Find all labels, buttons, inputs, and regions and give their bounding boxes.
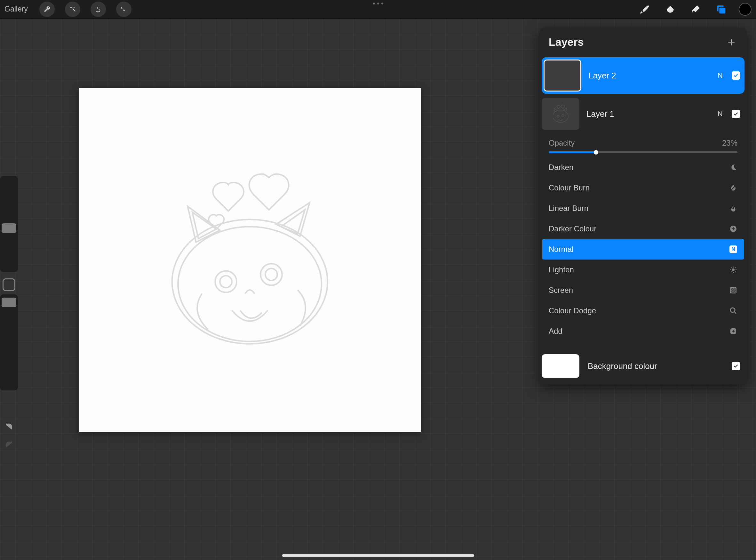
blend-mode-option[interactable]: Add bbox=[542, 321, 744, 341]
moon-icon bbox=[729, 163, 737, 172]
layers-panel: Layers Layer 2 N bbox=[539, 27, 747, 384]
svg-point-7 bbox=[557, 115, 559, 117]
sketch-content bbox=[130, 140, 369, 380]
svg-point-4 bbox=[261, 264, 282, 285]
gallery-link[interactable]: Gallery bbox=[4, 5, 28, 14]
add-layer-button[interactable] bbox=[727, 37, 736, 47]
undo-button[interactable] bbox=[4, 422, 14, 433]
blend-mode-label: Screen bbox=[549, 286, 573, 295]
blend-mode-label: Darken bbox=[549, 163, 573, 172]
svg-point-11 bbox=[732, 268, 735, 271]
brush-tool-icon[interactable] bbox=[635, 3, 654, 16]
color-picker-swatch[interactable] bbox=[739, 3, 752, 16]
background-layer-row[interactable]: Background colour bbox=[539, 350, 747, 378]
blend-mode-option[interactable]: NormalN bbox=[542, 239, 744, 260]
redo-button[interactable] bbox=[4, 440, 14, 451]
home-indicator bbox=[282, 554, 474, 557]
brush-opacity-slider[interactable] bbox=[0, 294, 18, 391]
layer-visibility-checkbox[interactable] bbox=[732, 110, 740, 118]
svg-point-1 bbox=[178, 226, 322, 341]
layer-name: Layer 2 bbox=[588, 71, 709, 81]
blend-mode-option[interactable]: Colour Dodge bbox=[542, 300, 744, 321]
svg-point-2 bbox=[215, 271, 237, 293]
layer-blend-abbr[interactable]: N bbox=[716, 110, 724, 118]
plus-circ-icon bbox=[729, 225, 737, 233]
adjustments-wand-icon[interactable] bbox=[65, 2, 80, 17]
badge-n-icon: N bbox=[729, 245, 737, 254]
layer-row-layer2[interactable]: Layer 2 N bbox=[542, 57, 744, 94]
blend-mode-option[interactable]: Colour Burn bbox=[542, 178, 744, 198]
svg-point-3 bbox=[220, 276, 232, 288]
layer-thumbnail bbox=[544, 60, 581, 92]
blend-mode-option[interactable]: Lighten bbox=[542, 260, 744, 280]
layer-name: Layer 1 bbox=[587, 109, 709, 119]
blend-mode-label: Add bbox=[549, 327, 563, 336]
smudge-tool-icon[interactable] bbox=[661, 3, 680, 16]
blend-mode-option[interactable]: Darken bbox=[542, 157, 744, 178]
opacity-label: Opacity bbox=[549, 139, 575, 147]
opacity-value: 23% bbox=[722, 139, 737, 147]
top-toolbar: Gallery bbox=[0, 0, 756, 19]
eraser-tool-icon[interactable] bbox=[686, 3, 706, 16]
background-thumbnail bbox=[542, 354, 579, 378]
svg-point-13 bbox=[730, 308, 735, 312]
modifier-button[interactable] bbox=[3, 278, 15, 291]
blend-mode-label: Darker Colour bbox=[549, 224, 596, 233]
blend-mode-option[interactable]: Screen bbox=[542, 280, 744, 300]
brush-size-slider[interactable] bbox=[0, 176, 18, 272]
drop-off-icon bbox=[729, 184, 737, 192]
blend-mode-label: Colour Dodge bbox=[549, 306, 596, 315]
blend-mode-label: Lighten bbox=[549, 265, 574, 274]
blend-mode-option[interactable]: Darker Colour bbox=[542, 219, 744, 239]
svg-point-8 bbox=[562, 115, 564, 117]
modify-menu-icon[interactable] bbox=[373, 3, 383, 4]
background-label: Background colour bbox=[588, 361, 723, 371]
blend-mode-label: Colour Burn bbox=[549, 183, 590, 192]
blend-mode-option[interactable]: Linear Burn bbox=[542, 198, 744, 219]
layer-visibility-checkbox[interactable] bbox=[732, 72, 740, 80]
layer-blend-abbr[interactable]: N bbox=[716, 72, 724, 80]
opacity-slider[interactable] bbox=[549, 152, 737, 153]
svg-point-5 bbox=[266, 268, 278, 280]
layers-tool-icon[interactable] bbox=[712, 3, 731, 16]
flame-icon bbox=[729, 204, 737, 213]
hatch-icon bbox=[729, 286, 737, 294]
left-sidebar bbox=[0, 176, 18, 394]
layer-thumbnail bbox=[542, 98, 579, 130]
layers-panel-title: Layers bbox=[549, 36, 584, 48]
blend-mode-label: Linear Burn bbox=[549, 204, 588, 213]
blend-mode-list[interactable]: DarkenColour BurnLinear BurnDarker Colou… bbox=[542, 157, 744, 341]
transform-arrow-icon[interactable] bbox=[116, 2, 131, 17]
magnify-icon bbox=[729, 306, 737, 315]
sun-icon bbox=[729, 266, 737, 274]
plus-sq-icon bbox=[729, 327, 737, 335]
blend-mode-label: Normal bbox=[549, 245, 573, 254]
selection-s-icon[interactable] bbox=[90, 2, 106, 17]
artboard[interactable] bbox=[79, 88, 421, 432]
actions-wrench-icon[interactable] bbox=[39, 2, 55, 17]
layer-row-layer1[interactable]: Layer 1 N bbox=[539, 95, 747, 133]
background-visibility-checkbox[interactable] bbox=[732, 362, 740, 370]
